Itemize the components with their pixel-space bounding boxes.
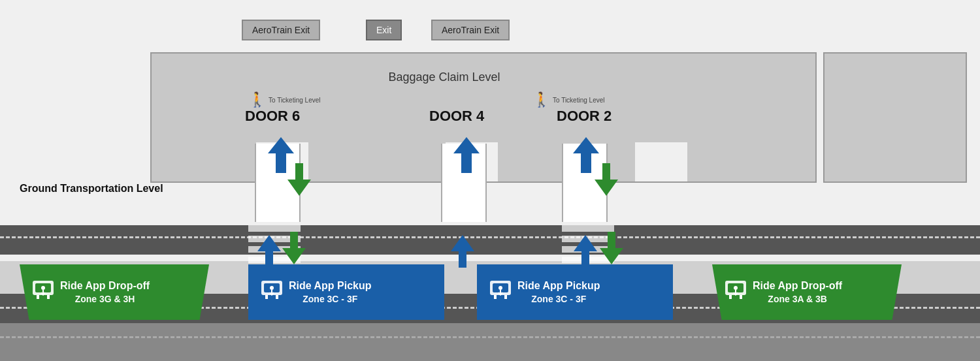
exit-box: Exit	[366, 20, 402, 40]
svg-marker-5	[257, 235, 281, 268]
aerotrain-exit-left: AeroTrain Exit	[242, 20, 320, 40]
map-container: AeroTrain Exit Exit AeroTrain Exit Inter…	[0, 0, 980, 361]
zone-left-blue: Ride App Pickup Zone 3C - 3F	[248, 264, 444, 320]
arrow-road-door4-down	[451, 235, 474, 268]
baggage-claim-label: Baggage Claim Level	[363, 71, 526, 84]
zone-left-blue-icon	[260, 278, 284, 306]
svg-marker-7	[451, 235, 474, 268]
door4-label: DOOR 4	[429, 108, 484, 125]
svg-rect-12	[37, 295, 39, 299]
zone-left-green-text: Ride App Drop-off Zone 3G & 3H	[60, 279, 150, 306]
zone-left-green: Ride App Drop-off Zone 3G & 3H	[20, 264, 209, 320]
exit-label: Exit	[376, 25, 391, 35]
zone-right-blue: Ride App Pickup Zone 3C - 3F	[477, 264, 673, 320]
svg-rect-23	[504, 295, 507, 299]
svg-rect-27	[729, 295, 732, 299]
escalator-right: 🚶 To Ticketing Level	[532, 91, 605, 108]
door2-label: DOOR 2	[557, 108, 612, 125]
zone-left-green-icon	[31, 278, 55, 306]
sub-road	[0, 323, 980, 361]
escalator-left-icon: 🚶	[248, 91, 266, 108]
zone-right-green-text: Ride App Drop-off Zone 3A & 3B	[753, 279, 842, 306]
aerotrain-exit-left-label: AeroTrain Exit	[252, 25, 310, 35]
svg-marker-8	[574, 235, 597, 268]
svg-point-24	[498, 286, 502, 290]
svg-point-29	[734, 286, 738, 290]
svg-marker-4	[595, 163, 618, 196]
svg-marker-1	[287, 163, 311, 196]
arrow-door2-up	[595, 163, 618, 196]
notch-door2	[635, 142, 687, 181]
arrow-door4-down	[453, 137, 480, 173]
aerotrain-exit-right: AeroTrain Exit	[431, 20, 510, 40]
door6-label: DOOR 6	[245, 108, 300, 125]
road-top	[0, 225, 980, 255]
intl-arrivals-building: InternationalArrivalsBuilding	[823, 52, 967, 183]
escalator-left: 🚶 To Ticketing Level	[248, 91, 321, 108]
arrow-road-door6-down	[257, 235, 281, 268]
aerotrain-exit-right-label: AeroTrain Exit	[442, 25, 499, 35]
svg-point-14	[41, 286, 45, 290]
svg-marker-6	[282, 232, 306, 264]
escalator-left-text: To Ticketing Level	[269, 97, 321, 104]
zone-right-blue-text: Ride App Pickup Zone 3C - 3F	[517, 279, 600, 306]
arrow-road-door2-down	[574, 235, 597, 268]
escalator-right-text: To Ticketing Level	[553, 97, 605, 104]
escalator-right-icon: 🚶	[532, 91, 550, 108]
zone-right-blue-icon	[489, 278, 512, 306]
gtl-label: Ground Transportation Level	[20, 183, 163, 195]
svg-rect-17	[265, 295, 268, 299]
zone-left-blue-text: Ride App Pickup Zone 3C - 3F	[289, 279, 372, 306]
zone-right-green-icon	[724, 278, 747, 306]
zone-right-green: Ride App Drop-off Zone 3A & 3B	[712, 264, 902, 320]
svg-rect-18	[276, 295, 278, 299]
lane-line-top	[0, 236, 980, 239]
arrow-road-door6-up	[282, 232, 306, 264]
svg-rect-28	[740, 295, 742, 299]
svg-rect-13	[47, 295, 50, 299]
arrow-door6-up	[287, 163, 311, 196]
svg-point-19	[270, 286, 274, 290]
sub-road-line	[0, 336, 980, 338]
svg-marker-9	[600, 232, 623, 264]
svg-rect-22	[494, 295, 497, 299]
arrow-road-door2-up	[600, 232, 623, 264]
svg-marker-2	[453, 137, 480, 173]
